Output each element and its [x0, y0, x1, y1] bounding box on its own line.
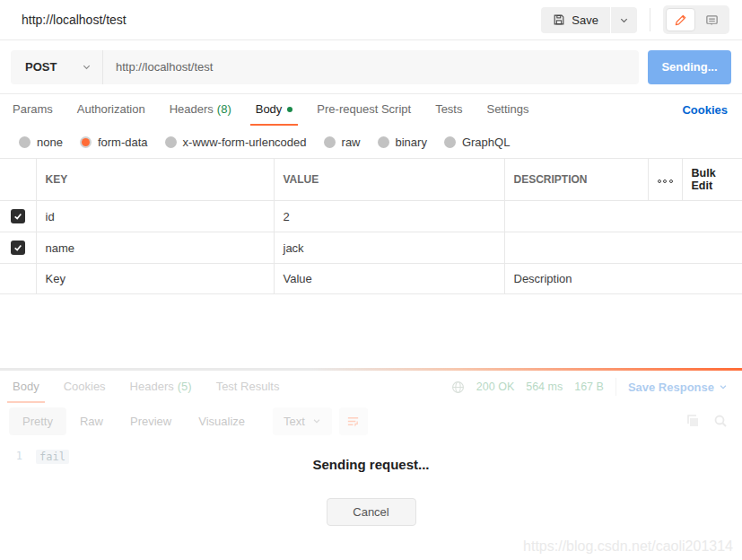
search-icon[interactable]	[713, 414, 728, 428]
key-column-header: KEY	[36, 159, 274, 201]
key-input-placeholder[interactable]: Key	[36, 264, 274, 294]
comment-icon	[705, 13, 719, 27]
method-label: POST	[25, 60, 57, 74]
checkbox-checked[interactable]	[11, 209, 25, 223]
chevron-down-icon	[719, 382, 728, 391]
request-tabs: Params Authorization Headers(8) Body Pre…	[0, 94, 742, 126]
body-type-urlencoded[interactable]: x-www-form-urlencoded	[165, 136, 307, 149]
radio-icon	[19, 136, 31, 148]
value-cell[interactable]: 2	[274, 201, 504, 232]
tab-params[interactable]: Params	[7, 94, 58, 126]
send-button[interactable]: Sending...	[648, 50, 731, 84]
select-all-cell	[0, 159, 36, 201]
value-column-header: VALUE	[274, 159, 504, 201]
save-response-button[interactable]: Save Response	[628, 381, 728, 394]
table-header-row: KEY VALUE DESCRIPTION Bulk Edit	[0, 159, 742, 201]
tab-pre-request-script[interactable]: Pre-request Script	[311, 94, 416, 126]
response-tab-headers[interactable]: Headers(5)	[125, 371, 197, 403]
key-cell[interactable]: name	[36, 232, 274, 264]
value-input-placeholder[interactable]: Value	[274, 264, 504, 294]
cancel-button[interactable]: Cancel	[327, 498, 416, 526]
save-button-label: Save	[572, 13, 598, 27]
comments-button[interactable]	[697, 8, 727, 31]
response-content-dimmed: Body Cookies Headers(5) Test Results 200…	[0, 371, 742, 464]
response-tab-test-results[interactable]: Test Results	[211, 371, 285, 403]
format-code-button[interactable]	[339, 407, 368, 435]
edit-mode-button[interactable]	[666, 8, 695, 31]
save-button[interactable]: Save	[541, 7, 610, 33]
tab-tests[interactable]: Tests	[430, 94, 467, 126]
body-type-form-data[interactable]: form-data	[80, 136, 148, 149]
response-headers-count: (5)	[178, 380, 192, 393]
table-empty-row: Key Value Description	[0, 264, 742, 294]
topbar-actions: Save	[541, 5, 729, 34]
radio-icon	[378, 136, 389, 148]
url-input[interactable]: http://localhost/test	[103, 60, 639, 74]
tab-body[interactable]: Body	[250, 94, 299, 126]
chevron-down-icon	[312, 416, 321, 425]
toolbar-divider	[650, 8, 650, 31]
edit-comment-toggle	[663, 5, 729, 34]
table-row: name jack	[0, 232, 742, 264]
view-tab-visualize[interactable]: Visualize	[185, 407, 258, 435]
response-tab-cookies[interactable]: Cookies	[58, 371, 111, 403]
body-type-raw[interactable]: raw	[324, 136, 361, 149]
globe-icon	[451, 381, 465, 394]
more-options-icon	[658, 179, 673, 183]
key-cell[interactable]: id	[36, 201, 274, 232]
description-column-header: DESCRIPTION	[504, 159, 648, 201]
chevron-down-icon	[619, 15, 629, 25]
request-tab-bar: http://localhost/test Save	[0, 0, 742, 40]
tab-settings[interactable]: Settings	[481, 94, 534, 126]
method-select[interactable]: POST	[11, 50, 103, 84]
watermark: https://blog.csdn.net/caoli201314	[523, 538, 733, 555]
meta-divider	[615, 378, 616, 396]
body-modified-dot	[287, 107, 292, 112]
description-input-placeholder[interactable]: Description	[504, 264, 742, 294]
checkbox-checked[interactable]	[11, 241, 25, 255]
status-badge: 200 OK	[476, 381, 514, 393]
save-button-group: Save	[541, 7, 637, 33]
view-tab-pretty[interactable]: Pretty	[9, 407, 66, 435]
wrap-text-icon	[346, 415, 360, 428]
method-url-container: POST http://localhost/test	[11, 50, 639, 84]
view-tab-raw[interactable]: Raw	[66, 407, 117, 435]
table-row: id 2	[0, 201, 742, 232]
response-action-icons	[685, 414, 728, 428]
response-tabs: Body Cookies Headers(5) Test Results 200…	[0, 371, 742, 403]
response-tab-body[interactable]: Body	[7, 371, 45, 403]
body-type-selector: none form-data x-www-form-urlencoded raw…	[0, 126, 742, 158]
response-meta: 200 OK 564 ms 167 B Save Response	[451, 371, 728, 403]
radio-icon	[444, 136, 456, 148]
headers-count: (8)	[217, 102, 231, 116]
body-type-none[interactable]: none	[19, 136, 63, 149]
row-checkbox-cell	[0, 264, 36, 294]
save-icon	[553, 13, 565, 26]
row-checkbox-cell	[0, 232, 36, 264]
tab-authorization[interactable]: Authorization	[72, 94, 151, 126]
tab-headers[interactable]: Headers(8)	[164, 94, 237, 126]
response-size: 167 B	[574, 381, 604, 393]
radio-icon	[165, 136, 177, 148]
radio-selected-icon	[80, 136, 92, 148]
form-data-table: KEY VALUE DESCRIPTION Bulk Edit id 2 nam…	[0, 158, 742, 294]
column-options-button[interactable]	[648, 159, 682, 201]
body-type-binary[interactable]: binary	[378, 136, 427, 149]
description-cell[interactable]	[504, 201, 742, 232]
format-select[interactable]: Text	[273, 407, 332, 435]
bulk-edit-button[interactable]: Bulk Edit	[682, 159, 742, 201]
request-url-bar: POST http://localhost/test Sending...	[0, 40, 742, 94]
body-type-graphql[interactable]: GraphQL	[444, 136, 510, 149]
description-cell[interactable]	[504, 232, 742, 264]
request-title: http://localhost/test	[22, 13, 127, 27]
pencil-icon	[674, 13, 687, 27]
cookies-link[interactable]: Cookies	[682, 94, 728, 126]
copy-icon[interactable]	[685, 414, 700, 428]
save-options-dropdown[interactable]	[611, 7, 637, 33]
view-tab-preview[interactable]: Preview	[117, 407, 185, 435]
sending-request-message: Sending request...	[0, 457, 742, 472]
value-cell[interactable]: jack	[274, 232, 504, 264]
radio-icon	[324, 136, 336, 148]
response-view-bar: Pretty Raw Preview Visualize Text	[0, 403, 742, 439]
response-time: 564 ms	[526, 381, 563, 393]
